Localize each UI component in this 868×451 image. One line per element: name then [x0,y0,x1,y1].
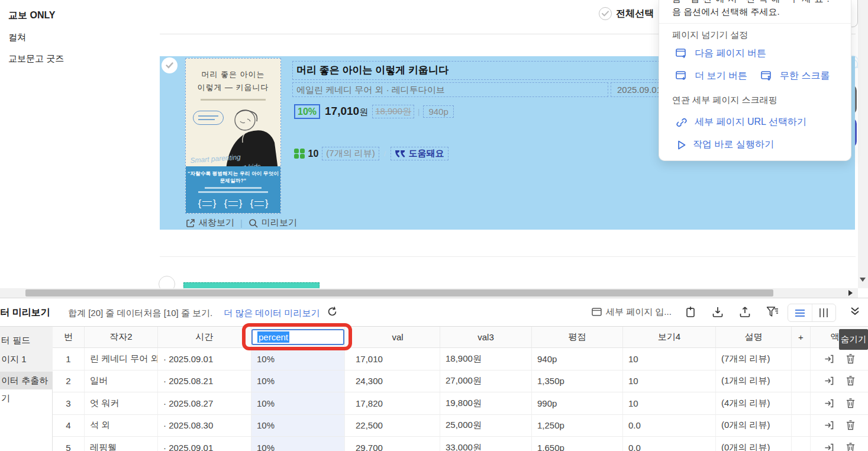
next-card-selection-box [183,282,320,288]
preview-panel-title: 터 미리보기 [0,307,50,319]
browser-more-icon [676,71,688,81]
table-row: 4 석 외 · 2025.08.30 10% 22,500 25,000원 1,… [53,415,868,437]
row-summary-text: 합계 [20] 줄 데이터처음 [10] 줄 보기. [68,308,212,319]
more-button-option[interactable]: 더 보기 버튼 [676,70,747,82]
review-count[interactable]: (7개의 리뷰) [322,147,379,160]
download-button[interactable] [712,306,724,320]
scroll-down-arrow[interactable] [860,278,866,282]
more-data-preview-link[interactable]: 더 많은 데이터 미리보기 [224,308,320,319]
next-card-check-icon [159,276,175,288]
col-header-val3[interactable]: val3 [440,327,532,347]
download-icon [712,306,724,318]
sale-price: 17,010 [325,105,359,117]
cover-blue-headline: “자랄수록 평범해지는 우리 아이 무엇이 문제일까?” [186,170,280,185]
detail-page-input-button[interactable]: 세부 페이지 입... [592,307,672,318]
row-view-button[interactable] [788,304,812,321]
view-mode-switch [788,304,836,322]
helpful-label: 도움돼요 [408,148,444,159]
filter-button[interactable] [766,306,779,320]
detail-page-url-option[interactable]: 세부 페이지 URL 선택하기 [676,116,806,128]
vertical-scrollbar[interactable] [858,0,868,288]
rating-score: 10 [308,149,319,159]
col-header-percent: percent [251,327,345,347]
discount-rate[interactable]: 10% [294,104,320,119]
open-row-button[interactable] [824,420,834,430]
add-column-button[interactable]: + [792,327,811,347]
sidebar-item-data-fields[interactable]: 터 필드 [0,335,53,346]
menu-item-kyobo-only[interactable]: 교보 ONLY [8,9,55,22]
trash-icon [846,443,855,451]
browser-small-icon [592,308,602,317]
collapse-panel-button[interactable] [850,306,860,319]
col-header-time[interactable]: 시간 [158,327,251,347]
points-value[interactable]: 940p [423,105,453,118]
data-preview-panel: 터 미리보기 합계 [20] 줄 데이터처음 [10] 줄 보기. 더 많은 데… [0,298,868,451]
link-icon [676,117,688,128]
refresh-button[interactable] [327,306,338,320]
column-view-button[interactable] [812,304,836,321]
open-new-window-link[interactable]: 새창보기 [186,217,234,228]
trash-icon [846,354,855,364]
table-row: 3 엇 워커 · 2025.08.27 10% 17,820 19,800원 9… [53,392,868,415]
delete-row-button[interactable] [846,443,855,451]
section-paging-settings: 페이지 넘기기 설정 [672,30,748,41]
delete-row-button[interactable] [846,420,855,430]
col-header-view4[interactable]: 보기4 [623,327,716,347]
product-title[interactable]: 머리 좋은 아이는 이렇게 키웁니다 [292,61,675,80]
magnifier-icon [249,218,258,228]
delete-row-button[interactable] [846,398,855,408]
preview-link[interactable]: 미리보기 [249,217,297,228]
col-header-author[interactable]: 작자2 [85,327,158,347]
divider [659,23,851,24]
refresh-icon [327,306,338,317]
run-now-option[interactable]: 작업 바로 실행하기 [677,138,774,151]
open-row-button[interactable] [824,354,834,364]
scroll-right-arrow[interactable] [848,290,853,296]
laurel-badge: {} [196,196,218,211]
rows-icon [795,309,805,317]
horizontal-scrollbar[interactable] [0,288,858,298]
preview-sidebar: 터 필드 이지 1 이터 추출하기 [0,327,53,451]
trash-icon [846,376,855,386]
open-row-button[interactable] [824,398,834,408]
delete-row-button[interactable] [846,354,855,364]
delete-row-button[interactable] [846,376,855,386]
columns-icon [819,308,828,317]
col-header-desc[interactable]: 설명 [716,327,792,347]
table-row: 5 레핑웰 · 2025.09.01 10% 29,700 33,000원 1,… [53,437,868,451]
infinite-scroll-option[interactable]: 무한 스크롤 [761,70,830,82]
enter-row-icon [824,354,834,364]
cover-title-line1: 머리 좋은 아이는 [186,68,280,81]
enter-row-icon [824,376,834,386]
klover-rating-icon [294,149,305,159]
col-header-no[interactable]: 번 [53,327,85,347]
preview-toolbar: 터 미리보기 합계 [20] 줄 데이터처음 [10] 줄 보기. 더 많은 데… [0,298,868,327]
book-cover-image[interactable]: 머리 좋은 아이는 이렇게 ― 키웁니다 Smart parenting for… [185,58,281,214]
dropdown-subtitle: 음 옵션에서 선택해 주세요. [672,7,780,18]
export-button[interactable] [739,306,751,320]
open-row-button[interactable] [824,376,834,386]
select-all-control[interactable]: 전체선택 [599,7,654,20]
open-row-button[interactable] [824,443,834,451]
card-check-icon[interactable] [162,57,178,73]
divider [160,256,856,257]
column-name-input[interactable]: percent [251,329,344,345]
product-author[interactable]: 에일린 케네디 무어 외 · 레디투다이브 [292,82,608,97]
add-file-icon [685,306,696,318]
menu-item-goods[interactable]: 교보문고 굿즈 [8,53,64,65]
col-header-rating[interactable]: 평점 [532,327,623,347]
play-icon [677,140,686,150]
browser-next-icon [676,49,688,59]
add-page-button[interactable] [685,306,696,320]
sidebar-item-extract-data[interactable]: 이터 추출하기 [0,372,53,389]
external-link-icon [186,218,195,228]
original-price[interactable]: 18,900원 [372,105,414,118]
menu-item-culture[interactable]: 컬쳐 [8,32,26,43]
horizontal-scrollbar-thumb[interactable] [25,289,773,297]
next-page-button-option[interactable]: 다음 페이지 버튼 [676,47,766,60]
filter-icon [766,306,779,318]
helpful-link[interactable]: 도움돼요 [391,147,448,160]
col-header-val[interactable]: val [345,327,440,347]
clipped-text-line: 음 옵션에서 선택해 주세요. [672,0,844,5]
sidebar-item-page-1[interactable]: 이지 1 [0,354,53,365]
